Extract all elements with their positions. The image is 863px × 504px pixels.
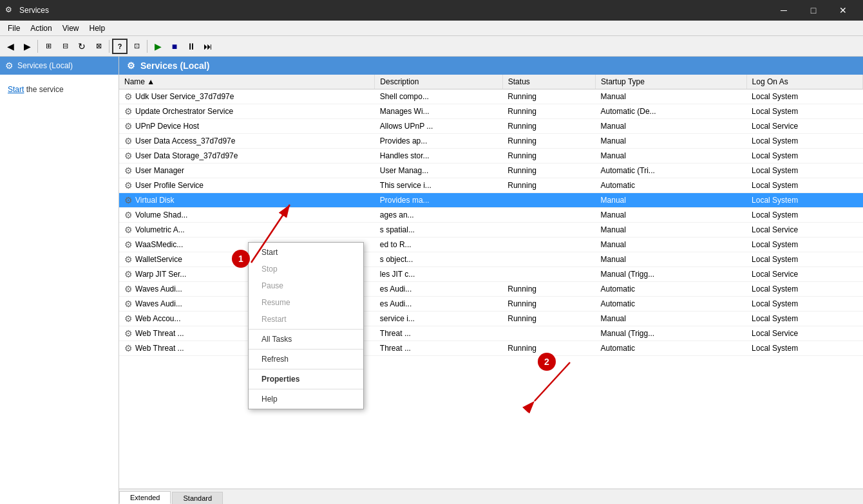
- toolbar-panel[interactable]: ⊡: [129, 39, 144, 54]
- context-all-tasks[interactable]: All Tasks: [249, 331, 363, 348]
- tab-bar: Extended Standard: [119, 489, 863, 504]
- main-container: ⚙ Services (Local) Start the service ⚙ S…: [0, 57, 863, 504]
- toolbar-forward[interactable]: ▶: [19, 39, 35, 54]
- service-status: Running: [502, 312, 595, 326]
- context-start[interactable]: Start: [249, 244, 363, 261]
- service-startup: Manual: [596, 252, 747, 267]
- sidebar-header-title: Services (Local): [17, 61, 73, 70]
- table-row[interactable]: ⚙User Profile ServiceThis service i...Ru…: [119, 178, 863, 193]
- table-row[interactable]: ⚙Update Orchestrator ServiceManages Wi..…: [119, 104, 863, 119]
- title-bar-controls: ─ □ ✕: [769, 0, 858, 21]
- content-area: ⚙ Services (Local) Name ▲ Description St…: [119, 57, 863, 504]
- toolbar-up[interactable]: ⊞: [41, 39, 56, 54]
- table-row[interactable]: ⚙User ManagerUser Manag...RunningAutomat…: [119, 163, 863, 178]
- col-description[interactable]: Description: [375, 75, 502, 89]
- table-row[interactable]: ⚙Web Threat ...Threat ...Manual (Trigg..…: [119, 326, 863, 341]
- service-logon: Local System: [746, 89, 862, 104]
- toolbar-help[interactable]: ?: [112, 39, 128, 54]
- service-logon: Local System: [746, 163, 862, 178]
- col-name[interactable]: Name ▲: [119, 75, 375, 89]
- service-name: ⚙Udk User Service_37d7d97e: [119, 89, 375, 104]
- service-logon: Local System: [746, 297, 862, 312]
- content-header: ⚙ Services (Local): [119, 57, 863, 75]
- table-row[interactable]: ⚙Web Threat ...Threat ...RunningAutomati…: [119, 341, 863, 356]
- table-row[interactable]: ⚙Udk User Service_37d7d97eShell compo...…: [119, 89, 863, 104]
- context-help[interactable]: Help: [249, 391, 363, 407]
- col-status[interactable]: Status: [502, 75, 595, 89]
- toolbar-view[interactable]: ⊟: [57, 39, 73, 54]
- table-row[interactable]: ⚙Virtual DiskProvides ma...ManualLocal S…: [119, 193, 863, 208]
- service-status: [502, 208, 595, 223]
- toolbar-pause[interactable]: ⏸: [184, 39, 199, 54]
- context-sep3: [249, 369, 363, 369]
- table-row[interactable]: ⚙Waves Audi...es Audi...RunningAutomatic…: [119, 282, 863, 297]
- service-startup: Manual: [596, 119, 747, 134]
- service-status: [502, 238, 595, 252]
- table-row[interactable]: ⚙WalletServices object...ManualLocal Sys…: [119, 252, 863, 267]
- context-menu: Start Stop Pause Resume Restart All Task…: [248, 242, 364, 409]
- service-status: Running: [502, 149, 595, 163]
- table-row[interactable]: ⚙Warp JIT Ser...les JIT c...Manual (Trig…: [119, 267, 863, 282]
- service-status: Running: [502, 119, 595, 134]
- toolbar-stop[interactable]: ■: [167, 39, 182, 54]
- service-name: ⚙User Data Access_37d7d97e: [119, 134, 375, 149]
- service-startup: Automatic (De...: [596, 104, 747, 119]
- service-description: service i...: [375, 312, 502, 326]
- menu-file[interactable]: File: [3, 23, 25, 34]
- service-description: les JIT c...: [375, 267, 502, 282]
- table-row[interactable]: ⚙User Data Storage_37d7d97eHandles stor.…: [119, 149, 863, 163]
- table-row[interactable]: ⚙WaaSMedic...ed to R...ManualLocal Syste…: [119, 238, 863, 252]
- maximize-button[interactable]: □: [799, 0, 828, 21]
- close-button[interactable]: ✕: [828, 0, 858, 21]
- title-bar-left: ⚙ Services: [5, 5, 49, 15]
- context-restart: Restart: [249, 311, 363, 328]
- service-description: ed to R...: [375, 238, 502, 252]
- menu-bar: File Action View Help: [0, 21, 863, 36]
- service-status: [502, 223, 595, 238]
- service-startup: Manual: [596, 89, 747, 104]
- table-row[interactable]: ⚙UPnP Device HostAllows UPnP ...RunningM…: [119, 119, 863, 134]
- menu-action[interactable]: Action: [25, 23, 57, 34]
- service-startup: Automatic: [596, 297, 747, 312]
- toolbar-export[interactable]: ⊠: [91, 39, 106, 54]
- table-row[interactable]: ⚙Waves Audi...es Audi...RunningAutomatic…: [119, 297, 863, 312]
- service-startup: Automatic: [596, 282, 747, 297]
- table-row[interactable]: ⚙Volumetric A...s spatial...ManualLocal …: [119, 223, 863, 238]
- service-description: s object...: [375, 252, 502, 267]
- tab-standard[interactable]: Standard: [172, 492, 223, 504]
- service-logon: Local System: [746, 252, 862, 267]
- table-row[interactable]: ⚙User Data Access_37d7d97eProvides ap...…: [119, 134, 863, 149]
- service-startup: Manual (Trigg...: [596, 326, 747, 341]
- service-status: [502, 267, 595, 282]
- service-startup: Manual: [596, 134, 747, 149]
- toolbar-play[interactable]: ▶: [150, 39, 166, 54]
- service-description: s spatial...: [375, 223, 502, 238]
- context-refresh[interactable]: Refresh: [249, 351, 363, 368]
- service-startup: Manual: [596, 193, 747, 208]
- start-service-link[interactable]: Start: [8, 85, 24, 94]
- context-sep2: [249, 349, 363, 350]
- toolbar-back[interactable]: ◀: [3, 39, 18, 54]
- tab-extended[interactable]: Extended: [119, 491, 171, 504]
- service-description: Threat ...: [375, 341, 502, 356]
- context-properties[interactable]: Properties: [249, 371, 363, 387]
- service-description: es Audi...: [375, 282, 502, 297]
- service-description: This service i...: [375, 178, 502, 193]
- sidebar: ⚙ Services (Local) Start the service: [0, 57, 119, 504]
- services-table-wrapper: Name ▲ Description Status Startup Type L…: [119, 75, 863, 489]
- col-startup[interactable]: Startup Type: [596, 75, 747, 89]
- toolbar-refresh[interactable]: ↻: [74, 39, 90, 54]
- content-gear-icon: ⚙: [127, 61, 135, 71]
- service-description: Provides ma...: [375, 193, 502, 208]
- service-logon: Local Service: [746, 326, 862, 341]
- menu-help[interactable]: Help: [84, 23, 111, 34]
- service-name: ⚙User Manager: [119, 163, 375, 178]
- table-row[interactable]: ⚙Volume Shad...ages an...ManualLocal Sys…: [119, 208, 863, 223]
- service-description: Allows UPnP ...: [375, 119, 502, 134]
- table-row[interactable]: ⚙Web Accou...service i...RunningManualLo…: [119, 312, 863, 326]
- minimize-button[interactable]: ─: [769, 0, 799, 21]
- toolbar-step[interactable]: ⏭: [200, 39, 216, 54]
- menu-view[interactable]: View: [57, 23, 84, 34]
- col-logon[interactable]: Log On As: [746, 75, 862, 89]
- service-status: [502, 252, 595, 267]
